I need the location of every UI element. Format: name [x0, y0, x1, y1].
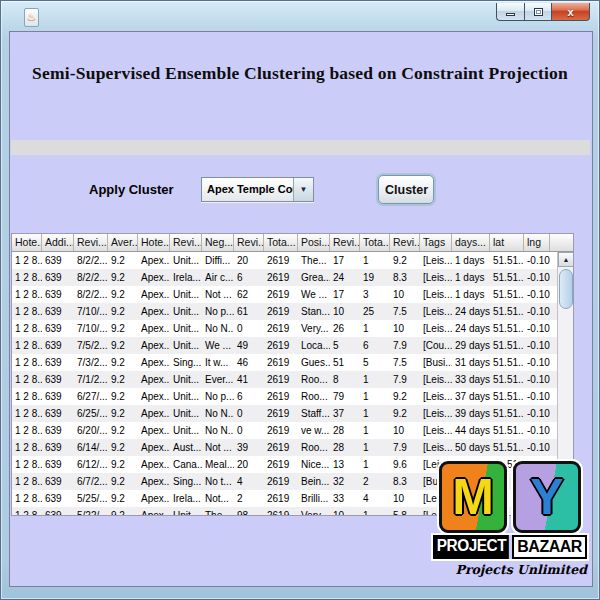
table-cell: 8/2/2...	[74, 252, 108, 269]
table-cell: 6/14/...	[74, 439, 108, 456]
table-cell: 51.51...	[490, 405, 524, 422]
table-cell: 9.2	[108, 354, 138, 371]
table-cell: 51.51...	[490, 422, 524, 439]
table-cell: 2619	[264, 354, 298, 371]
table-cell: 639	[42, 456, 74, 473]
table-cell: Very...	[298, 320, 330, 337]
column-header[interactable]: days...	[452, 234, 490, 251]
column-header[interactable]: Revi...	[390, 234, 420, 251]
column-header[interactable]: Hote...	[12, 234, 42, 251]
column-header[interactable]: lat	[490, 234, 524, 251]
table-cell: 2619	[264, 252, 298, 269]
column-header[interactable]: Revi...	[170, 234, 202, 251]
table-cell: The...	[298, 252, 330, 269]
cluster-select[interactable]: Apex Temple Court ... ▼	[201, 177, 314, 202]
table-cell: 2619	[264, 371, 298, 388]
column-header[interactable]: Neg...	[202, 234, 234, 251]
close-button[interactable]: x	[551, 3, 590, 21]
table-cell: We ...	[202, 337, 234, 354]
table-cell: 639	[42, 286, 74, 303]
table-cell: 1	[360, 388, 390, 405]
column-header[interactable]: Hote...	[138, 234, 170, 251]
table-row[interactable]: 1 2 8...6396/27/...9.2Apex...Unit...No p…	[12, 388, 558, 405]
table-cell: 7/5/2...	[74, 337, 108, 354]
table-cell: [Leis...	[420, 303, 452, 320]
table-row[interactable]: 1 2 8...6398/2/2...9.2Apex...Irela...Air…	[12, 269, 558, 286]
table-cell: 639	[42, 269, 74, 286]
table-cell: 49	[234, 337, 264, 354]
table-cell: Loca...	[298, 337, 330, 354]
column-header[interactable]: Addi...	[42, 234, 74, 251]
table-cell: 1	[360, 422, 390, 439]
table-cell: 7.5	[390, 303, 420, 320]
scrollbar-thumb[interactable]	[559, 269, 573, 309]
table-cell: 1 2 8...	[12, 473, 42, 490]
table-row[interactable]: 1 2 8...6397/5/2...9.2Apex...Unit...We .…	[12, 337, 558, 354]
column-header[interactable]: Tags	[420, 234, 452, 251]
table-cell: -0.10...	[524, 354, 550, 371]
table-row[interactable]: 1 2 8...6397/10/...9.2Apex...Unit...No N…	[12, 320, 558, 337]
table-cell: 1 2 8...	[12, 269, 42, 286]
table-cell: Not ...	[202, 286, 234, 303]
table-cell: 25	[360, 303, 390, 320]
column-header[interactable]: lng	[524, 234, 550, 251]
logo-wordmark: PROJECT BAZAAR	[433, 535, 587, 559]
table-cell: 2619	[264, 269, 298, 286]
cluster-button[interactable]: Cluster	[378, 175, 434, 204]
table-cell: Sing...	[170, 473, 202, 490]
table-cell: 51.51...	[490, 371, 524, 388]
table-cell: 39	[234, 439, 264, 456]
table-cell: 2619	[264, 320, 298, 337]
column-header[interactable]: Revi...	[330, 234, 360, 251]
table-cell: Apex...	[138, 269, 170, 286]
table-cell: Apex...	[138, 456, 170, 473]
minimize-button[interactable]	[496, 3, 524, 21]
column-header[interactable]: Aver...	[108, 234, 138, 251]
table-cell: 6/7/2...	[74, 473, 108, 490]
table-cell: 639	[42, 490, 74, 507]
table-row[interactable]: 1 2 8...6396/25/...9.2Apex...Unit...No N…	[12, 405, 558, 422]
table-cell: 33	[330, 490, 360, 507]
column-header[interactable]: Tota...	[264, 234, 298, 251]
table-cell: 2619	[264, 388, 298, 405]
table-row[interactable]: 1 2 8...6398/2/2...9.2Apex...Unit...Not …	[12, 286, 558, 303]
table-cell: 10	[390, 490, 420, 507]
table-cell: Unit...	[170, 405, 202, 422]
column-header[interactable]: Posi...	[298, 234, 330, 251]
table-row[interactable]: 1 2 8...6398/2/2...9.2Apex...Unit...Diff…	[12, 252, 558, 269]
table-cell: 9.2	[108, 405, 138, 422]
table-cell: Roo...	[298, 388, 330, 405]
table-cell: 1 2 8...	[12, 371, 42, 388]
column-header[interactable]: Revi...	[74, 234, 108, 251]
table-cell: 8/2/2...	[74, 286, 108, 303]
table-cell: [Leis...	[420, 405, 452, 422]
table-cell: Apex...	[138, 286, 170, 303]
titlebar[interactable]: ♨ x	[1, 1, 599, 31]
table-cell: 1 2 8...	[12, 388, 42, 405]
table-row[interactable]: 1 2 8...6397/1/2...9.2Apex...Unit...Ever…	[12, 371, 558, 388]
table-row[interactable]: 1 2 8...6396/14/...9.2Apex...Aust...Not …	[12, 439, 558, 456]
table-cell: 1 2 8...	[12, 252, 42, 269]
table-cell: 31 days	[452, 354, 490, 371]
scroll-up-icon[interactable]: ▲	[558, 252, 574, 267]
table-cell: 41	[234, 371, 264, 388]
chevron-down-icon[interactable]: ▼	[293, 178, 313, 201]
table-row[interactable]: 1 2 8...6397/3/2...9.2Apex...Sing...It w…	[12, 354, 558, 371]
logo-bazaar-text: BAZAAR	[512, 535, 587, 559]
table-cell: 5/22/...	[74, 507, 108, 516]
table-cell: 8	[330, 371, 360, 388]
column-header[interactable]: Revi...	[234, 234, 264, 251]
table-cell: 9.2	[108, 320, 138, 337]
maximize-button[interactable]	[524, 3, 551, 21]
column-header[interactable]: Tota...	[360, 234, 390, 251]
table-cell: Apex...	[138, 320, 170, 337]
table-cell: No t...	[202, 473, 234, 490]
table-cell: 7/10/...	[74, 303, 108, 320]
logo-letter-tiles: M Y	[433, 461, 587, 533]
table-cell: 639	[42, 371, 74, 388]
table-row[interactable]: 1 2 8...6396/20/...9.2Apex...Unit...No N…	[12, 422, 558, 439]
table-cell: 9.2	[108, 252, 138, 269]
table-row[interactable]: 1 2 8...6397/10/...9.2Apex...Unit...No p…	[12, 303, 558, 320]
table-cell: Very...	[298, 507, 330, 516]
table-cell: 1 days	[452, 252, 490, 269]
